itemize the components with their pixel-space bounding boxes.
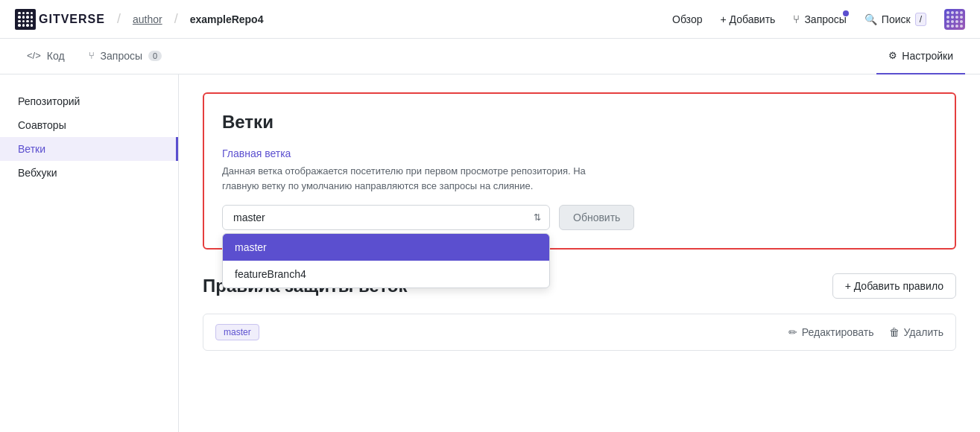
tab-settings[interactable]: ⚙ Настройки: [876, 39, 965, 74]
rule-actions: ✏ Редактировать 🗑 Удалить: [788, 323, 943, 341]
nav-add[interactable]: + Добавить: [720, 13, 775, 25]
merge-icon: ⑂: [89, 50, 95, 61]
main-layout: Репозиторий Соавторы Ветки Вебхуки Ветки…: [0, 74, 980, 432]
code-icon: </>: [27, 50, 41, 61]
branch-select[interactable]: master featureBranch4: [222, 205, 550, 230]
nav-requests[interactable]: ⑂ Запросы: [793, 13, 846, 25]
main-branch-description: Данная ветка отображается посетителю при…: [222, 164, 595, 193]
header-nav: Обзор + Добавить ⑂ Запросы 🔍 Поиск /: [672, 9, 965, 30]
edit-icon: ✏: [788, 326, 797, 338]
nav-overview[interactable]: Обзор: [672, 13, 702, 25]
logo-text: GITVERSE: [39, 13, 105, 26]
requests-badge: 0: [148, 51, 162, 61]
sidebar-item-coauthors[interactable]: Соавторы: [0, 113, 178, 137]
edit-rule-button[interactable]: ✏ Редактировать: [788, 323, 874, 341]
update-button[interactable]: Обновить: [559, 205, 634, 230]
breadcrumb-sep-1: /: [117, 11, 121, 27]
sidebar-item-webhooks[interactable]: Вебхуки: [0, 161, 178, 185]
sub-header: </> Код ⑂ Запросы 0 ⚙ Настройки: [0, 39, 980, 74]
sidebar-item-repo[interactable]: Репозиторий: [0, 89, 178, 113]
settings-icon: ⚙: [888, 50, 897, 61]
branch-select-wrapper: master featureBranch4 ⇅ master featureBr…: [222, 205, 550, 230]
trash-icon: 🗑: [889, 326, 900, 338]
add-rule-button[interactable]: + Добавить правило: [832, 273, 956, 299]
header: GITVERSE / author / exampleRepo4 Обзор +…: [0, 0, 980, 39]
breadcrumb-author[interactable]: author: [133, 13, 162, 25]
sidebar: Репозиторий Соавторы Ветки Вебхуки: [0, 74, 179, 432]
rule-branch-badge: master: [215, 324, 259, 340]
notification-dot: [843, 10, 849, 16]
branches-title: Ветки: [222, 112, 937, 133]
search-shortcut: /: [915, 13, 926, 26]
branches-box: Ветки Главная ветка Данная ветка отображ…: [203, 92, 956, 250]
breadcrumb-sep-2: /: [174, 11, 178, 27]
tab-code[interactable]: </> Код: [15, 39, 77, 74]
branch-dropdown-menu: master featureBranch4: [222, 233, 550, 288]
logo[interactable]: GITVERSE: [15, 9, 105, 30]
search-icon: 🔍: [864, 13, 877, 25]
tab-requests[interactable]: ⑂ Запросы 0: [77, 39, 174, 74]
main-branch-label: Главная ветка: [222, 147, 937, 159]
merge-icon: ⑂: [793, 13, 800, 25]
dropdown-item-master[interactable]: master: [223, 234, 549, 261]
delete-rule-button[interactable]: 🗑 Удалить: [889, 323, 943, 341]
user-avatar[interactable]: [944, 9, 965, 30]
breadcrumb-repo[interactable]: exampleRepo4: [190, 13, 264, 25]
dropdown-item-featurebranch4[interactable]: featureBranch4: [223, 261, 549, 288]
sidebar-item-branches[interactable]: Ветки: [0, 137, 178, 161]
nav-search[interactable]: 🔍 Поиск /: [864, 13, 926, 26]
table-row: master ✏ Редактировать 🗑 Удалить: [203, 314, 956, 351]
logo-icon: [15, 9, 36, 30]
branch-select-row: master featureBranch4 ⇅ master featureBr…: [222, 205, 937, 230]
main-content: Ветки Главная ветка Данная ветка отображ…: [179, 74, 980, 432]
